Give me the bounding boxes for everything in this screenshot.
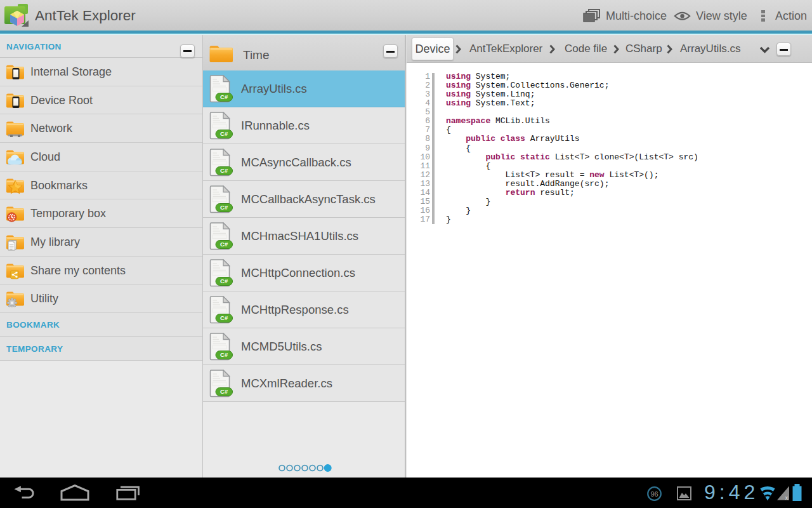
- svg-text:x: x: [785, 495, 789, 501]
- svg-text:96: 96: [650, 490, 658, 498]
